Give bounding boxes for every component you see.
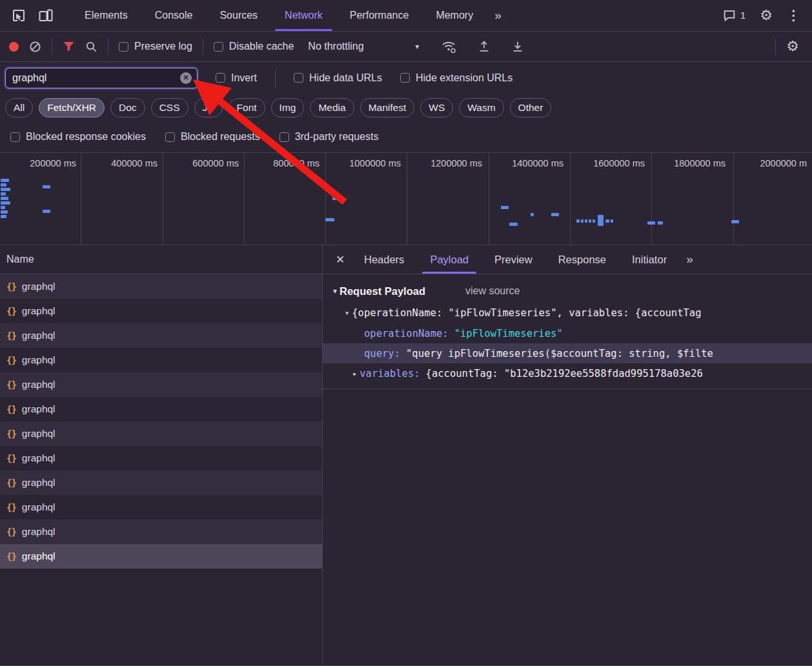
invert-checkbox[interactable]: Invert [216, 72, 257, 84]
filter-icon[interactable] [63, 41, 75, 52]
request-row[interactable]: {}graphql [0, 446, 322, 470]
details-tab-bar: ✕ Headers Payload Preview Response Initi… [323, 245, 812, 274]
message-bubble-icon [723, 10, 736, 21]
chip-all[interactable]: All [5, 98, 33, 117]
chip-doc[interactable]: Doc [110, 98, 145, 117]
request-payload-title: Request Payload [340, 285, 425, 298]
third-party-requests-label: 3rd-party requests [295, 131, 379, 143]
checkbox-box [400, 73, 410, 83]
network-settings-gear-icon[interactable]: ⚙ [786, 38, 799, 55]
more-tabs-icon[interactable]: » [487, 0, 509, 31]
tab-payload[interactable]: Payload [417, 245, 482, 274]
checkbox-box [216, 73, 225, 83]
chip-js[interactable]: JS [194, 98, 223, 117]
tab-elements[interactable]: Elements [71, 0, 141, 31]
search-icon[interactable] [85, 41, 97, 53]
chip-wasm[interactable]: Wasm [459, 98, 503, 117]
tab-preview[interactable]: Preview [482, 245, 545, 274]
fetch-xhr-icon: {} [6, 429, 16, 439]
view-source-link[interactable]: view source [465, 285, 520, 297]
export-har-icon[interactable] [511, 39, 525, 54]
network-conditions-icon[interactable] [441, 39, 456, 54]
request-row[interactable]: {}graphql [0, 520, 322, 544]
throttling-value: No throttling [308, 41, 363, 52]
preserve-log-checkbox[interactable]: Preserve log [119, 41, 192, 52]
fetch-xhr-icon: {} [6, 502, 16, 512]
extra-filters-row: Blocked response cookies Blocked request… [0, 121, 812, 152]
clear-network-log-icon[interactable] [29, 41, 41, 53]
chip-other[interactable]: Other [510, 98, 552, 117]
disable-cache-label: Disable cache [229, 41, 294, 52]
request-name: graphql [22, 477, 56, 489]
tab-console[interactable]: Console [141, 0, 207, 31]
request-row[interactable]: {}graphql [0, 348, 322, 372]
request-row[interactable]: {}graphql [0, 323, 322, 348]
request-row[interactable]: {}graphql [0, 421, 322, 446]
tab-network[interactable]: Network [271, 0, 336, 31]
close-details-icon[interactable]: ✕ [329, 253, 351, 267]
request-name: graphql [22, 428, 56, 439]
chip-fetch-xhr[interactable]: Fetch/XHR [39, 98, 105, 117]
throttling-select[interactable]: No throttling ▾ [308, 41, 419, 52]
checkbox-box [10, 132, 20, 142]
collapse-caret-icon: ▾ [345, 308, 349, 318]
more-detail-tabs-icon[interactable]: » [686, 252, 693, 267]
checkbox-box [279, 132, 289, 142]
third-party-requests-checkbox[interactable]: 3rd-party requests [279, 131, 379, 143]
collapse-caret-icon: ▾ [333, 287, 337, 296]
request-row[interactable]: {}graphql [0, 397, 322, 421]
filter-row: ✕ Invert Hide data URLs Hide extension U… [0, 62, 812, 94]
payload-view: ▾ Request Payload view source ▾ {operati… [323, 274, 812, 389]
request-row[interactable]: {}graphql [0, 470, 322, 495]
network-overview-timeline[interactable]: 200000 ms 400000 ms 600000 ms 800000 ms … [0, 152, 812, 245]
filter-text-field[interactable] [12, 72, 180, 84]
chip-css[interactable]: CSS [151, 98, 188, 117]
chip-font[interactable]: Font [228, 98, 265, 117]
request-details-panel: ✕ Headers Payload Preview Response Initi… [323, 245, 812, 666]
request-list-panel: Name {}graphql {}graphql {}graphql {}gra… [0, 245, 323, 666]
blocked-response-cookies-label: Blocked response cookies [26, 131, 146, 143]
payload-root-node[interactable]: ▾ {operationName: "ipFlowTimeseries", va… [323, 303, 812, 323]
request-row[interactable]: {}graphql [0, 299, 322, 323]
tab-initiator[interactable]: Initiator [619, 245, 680, 274]
request-row-selected[interactable]: {}graphql [0, 544, 322, 569]
blocked-response-cookies-checkbox[interactable]: Blocked response cookies [10, 131, 146, 143]
tab-sources[interactable]: Sources [206, 0, 271, 31]
main-tabs: Elements Console Sources Network Perform… [71, 0, 509, 31]
payload-entry-operation-name[interactable]: operationName: "ipFlowTimeseries" [323, 323, 812, 343]
chip-media[interactable]: Media [310, 98, 354, 117]
payload-divider [323, 388, 812, 389]
payload-entry-query[interactable]: query: "query ipFlowTimeseries($accountT… [323, 343, 812, 363]
disable-cache-checkbox[interactable]: Disable cache [214, 41, 294, 52]
tab-headers[interactable]: Headers [351, 245, 417, 274]
tab-performance[interactable]: Performance [336, 0, 423, 31]
request-name: graphql [22, 501, 56, 513]
request-name: graphql [22, 281, 56, 292]
settings-gear-icon[interactable]: ⚙ [760, 7, 773, 24]
fetch-xhr-icon: {} [6, 379, 16, 390]
issues-count: 1 [740, 10, 746, 21]
hide-extension-urls-checkbox[interactable]: Hide extension URLs [400, 72, 513, 84]
inspect-element-icon[interactable] [5, 0, 32, 32]
chip-ws[interactable]: WS [420, 98, 453, 117]
request-row[interactable]: {}graphql [0, 372, 322, 397]
expand-caret-icon: ▸ [352, 369, 357, 378]
clear-filter-icon[interactable]: ✕ [180, 72, 192, 84]
request-payload-section[interactable]: ▾ Request Payload view source [323, 279, 812, 303]
request-row[interactable]: {}graphql [0, 274, 322, 299]
request-row[interactable]: {}graphql [0, 495, 322, 520]
payload-entry-variables[interactable]: ▸ variables: {accountTag: "b12e3b2192ee5… [323, 363, 812, 383]
issues-counter[interactable]: 1 [723, 10, 746, 21]
device-toolbar-icon[interactable] [32, 0, 59, 32]
import-har-icon[interactable] [477, 39, 491, 54]
hide-data-urls-checkbox[interactable]: Hide data URLs [294, 72, 382, 84]
tab-response[interactable]: Response [545, 245, 619, 274]
more-options-icon[interactable]: ⋮ [787, 8, 800, 23]
record-network-log-icon[interactable] [9, 42, 19, 52]
name-column-header[interactable]: Name [0, 245, 322, 274]
tab-memory[interactable]: Memory [422, 0, 487, 31]
devtools-main-toolbar: Elements Console Sources Network Perform… [0, 0, 812, 32]
chip-manifest[interactable]: Manifest [360, 98, 415, 117]
chip-img[interactable]: Img [271, 98, 305, 117]
blocked-requests-checkbox[interactable]: Blocked requests [165, 131, 260, 143]
